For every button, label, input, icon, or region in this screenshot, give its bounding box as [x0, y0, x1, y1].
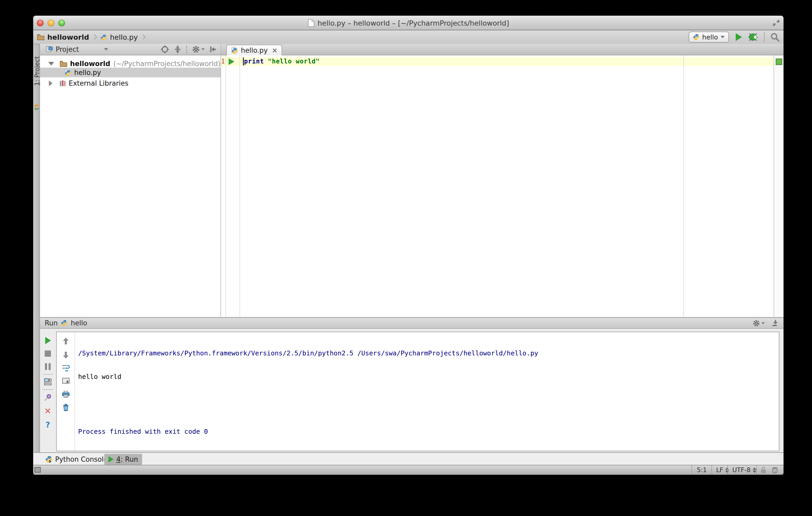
close-icon[interactable]: × — [272, 47, 278, 54]
locate-button[interactable] — [161, 45, 169, 54]
console[interactable]: /System/Library/Frameworks/Python.framew… — [56, 332, 779, 451]
statusbar-separator — [692, 465, 692, 475]
python-file-icon — [231, 47, 238, 54]
tree-file-label: hello.py — [74, 69, 101, 77]
chevron-right-icon — [92, 34, 97, 40]
tab-python-console[interactable]: Python Console — [41, 454, 112, 465]
right-margin-guide — [684, 55, 684, 317]
run-button[interactable] — [735, 33, 743, 41]
inspection-profile-icon[interactable] — [771, 465, 779, 475]
tree-row-root[interactable]: helloworld (~/PycharmProjects/helloworld… — [40, 59, 221, 68]
code-string: "hello world" — [268, 58, 320, 65]
line-separator-select[interactable]: LF — [716, 465, 729, 475]
soft-wrap-button[interactable] — [57, 363, 75, 373]
breadcrumb-item-project[interactable]: helloworld — [47, 33, 89, 41]
lock-icon[interactable] — [760, 465, 767, 475]
gear-button[interactable] — [752, 320, 765, 327]
status-bar: 5:1 LF UTF-8 — [33, 465, 784, 475]
console-line: hello world — [78, 373, 777, 381]
text-caret — [243, 57, 244, 65]
tab-run[interactable]: 4: Run — [104, 454, 142, 465]
project-view-icon — [46, 46, 53, 53]
toggle-tool-windows-button[interactable] — [34, 467, 41, 473]
pycharm-window: hello.py – helloworld – [~/PycharmProjec… — [33, 16, 784, 475]
tree-collapse-icon[interactable] — [48, 62, 54, 65]
console-line: Process finished with exit code 0 — [78, 428, 777, 435]
screen: hello.py – helloworld – [~/PycharmProjec… — [0, 0, 812, 516]
pause-button[interactable] — [40, 361, 56, 372]
python-icon — [61, 320, 68, 326]
chevron-down-icon — [721, 36, 725, 38]
tree-row-libraries[interactable]: External Libraries — [40, 78, 221, 88]
chevron-down-icon[interactable] — [104, 48, 108, 51]
help-button[interactable]: ? — [40, 419, 56, 430]
console-output: /System/Library/Frameworks/Python.framew… — [78, 334, 777, 451]
breadcrumb: helloworld hello.py — [37, 30, 146, 44]
title-bar: hello.py – helloworld – [~/PycharmProjec… — [33, 16, 784, 30]
run-configuration-label: hello — [702, 33, 718, 41]
tree-expand-icon[interactable] — [49, 81, 53, 86]
tool-strip-icon[interactable] — [33, 103, 40, 111]
code-keyword: print — [244, 58, 264, 65]
caret-position[interactable]: 5:1 — [697, 465, 707, 475]
toolbar-separator — [42, 374, 53, 375]
console-line — [78, 396, 777, 404]
tree-row-file-selected[interactable]: hello.py — [40, 68, 221, 77]
chevron-right-icon — [141, 34, 146, 40]
collapse-all-button[interactable] — [174, 45, 181, 54]
hide-panel-button[interactable] — [209, 45, 217, 53]
search-button[interactable] — [771, 33, 779, 41]
down-stack-button[interactable] — [57, 350, 75, 360]
toolbar-separator — [42, 389, 53, 390]
tree-libraries-label: External Libraries — [69, 80, 128, 87]
breadcrumb-item-file[interactable]: hello.py — [110, 33, 138, 41]
up-stack-button[interactable] — [57, 336, 75, 346]
hide-button[interactable] — [772, 320, 779, 327]
project-panel: Project — [40, 44, 221, 317]
statusbar-separator — [727, 465, 728, 475]
print-button[interactable] — [57, 389, 75, 399]
pin-button[interactable] — [40, 392, 56, 403]
show-console-button[interactable] — [40, 376, 56, 387]
window-title: hello.py – helloworld – [~/PycharmProjec… — [318, 19, 509, 27]
encoding-select[interactable]: UTF-8 — [732, 465, 756, 475]
run-panel-title: Run — [45, 319, 58, 327]
run-toolbar: ✕ ? — [40, 329, 56, 452]
tool-window-button-project[interactable]: 1: Project — [33, 50, 41, 92]
gutter-separator — [239, 55, 240, 317]
fullscreen-icon[interactable] — [772, 18, 781, 28]
library-icon — [59, 80, 66, 87]
project-panel-header: Project — [40, 44, 221, 55]
stop-button[interactable] — [40, 348, 56, 359]
run-panel-header: Run hello — [40, 317, 784, 329]
project-panel-title[interactable]: Project — [56, 45, 79, 53]
run-configuration-selector[interactable]: hello — [689, 32, 729, 42]
tab-run-label: 4: Run — [116, 455, 138, 463]
document-icon — [308, 19, 315, 27]
left-tool-strip: 1: Project — [33, 44, 40, 452]
rerun-button[interactable] — [40, 335, 56, 346]
gutter-separator — [226, 55, 226, 317]
run-line-icon[interactable] — [229, 58, 234, 65]
toolbar-separator — [764, 32, 765, 42]
toolbar-separator — [186, 45, 187, 53]
tree-root-label: helloworld — [70, 60, 110, 68]
editor-tab-bar: hello.py × — [221, 44, 784, 55]
code-editor[interactable]: 1 print "hello world" — [221, 55, 774, 317]
close-run-button[interactable]: ✕ — [40, 406, 56, 416]
line-number: 1 — [221, 58, 225, 65]
chevron-down-icon — [761, 322, 765, 324]
python-file-icon — [100, 33, 107, 41]
python-console-icon — [45, 456, 53, 463]
tab-hello-py[interactable]: hello.py × — [226, 44, 282, 55]
gear-button[interactable] — [192, 45, 205, 54]
scroll-to-end-button[interactable] — [57, 376, 75, 387]
inspection-indicator[interactable] — [776, 59, 782, 65]
code-line: print "hello world" — [244, 58, 320, 65]
tool-window-bar: Python Console 4: Run — [33, 452, 784, 465]
run-tool-window: Run hello — [40, 317, 784, 452]
folder-icon — [37, 34, 45, 40]
run-icon — [109, 456, 114, 462]
clear-all-button[interactable] — [57, 402, 75, 413]
debug-button[interactable] — [748, 33, 758, 41]
